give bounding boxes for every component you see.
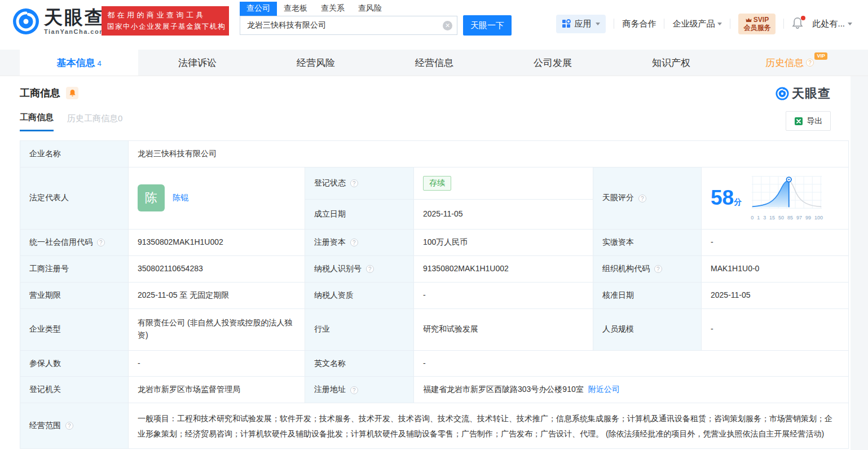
help-icon[interactable] xyxy=(638,195,646,202)
field-label-cell: 纳税人识别号 xyxy=(305,255,414,282)
score-label: 天眼评分 xyxy=(602,193,634,202)
business-scope-value: 一般项目：工程和技术研究和试验发展；软件开发；技术服务、技术开发、技术咨询、技术… xyxy=(138,414,832,438)
english-name-label: 英文名称 xyxy=(314,359,346,368)
business-term-value: 2025-11-05 至 无固定期限 xyxy=(138,290,229,299)
tianyancha-watermark: 天眼查 xyxy=(776,85,831,102)
subtab-row: 工商信息 历史工商信息0 导出 xyxy=(20,111,848,133)
tab-intellectual-property[interactable]: 知识产权 xyxy=(612,50,730,76)
tab-history-info[interactable]: 历史信息 VIP xyxy=(730,50,849,76)
approval-date-label: 核准日期 xyxy=(602,290,634,299)
field-value-cell: 58分 xyxy=(702,167,849,230)
help-icon[interactable] xyxy=(97,239,105,246)
tab-label: 法律诉讼 xyxy=(178,56,217,69)
tianyan-score[interactable]: 58分 xyxy=(711,174,839,222)
logo-name: 天眼查 xyxy=(44,8,105,27)
taxpayer-quality-value: - xyxy=(423,290,426,299)
nav-enterprise-product[interactable]: 企业级产品 xyxy=(672,19,722,29)
promo-banner: 都在用的商业查询工具 国家中小企业发展子基金旗下机构 xyxy=(102,6,229,36)
logo-text: 天眼查 TianYanCha.com xyxy=(44,8,105,35)
search-input[interactable] xyxy=(240,21,457,30)
field-value-cell: 龙岩三快科技有限公司 xyxy=(129,141,849,167)
reg-authority-value: 龙岩市新罗区市场监督管理局 xyxy=(138,385,240,394)
industry-label: 行业 xyxy=(314,324,330,333)
industry-value: 研究和试验发展 xyxy=(423,324,478,333)
tianyancha-eye-icon xyxy=(12,8,39,35)
tab-label: 基本信息 xyxy=(56,56,95,69)
field-label-cell: 经营范围 xyxy=(20,403,129,448)
tab-label: 公司发展 xyxy=(534,56,572,69)
field-label-cell: 注册资本 xyxy=(305,229,414,255)
search-tab-boss[interactable]: 查老板 xyxy=(277,2,314,16)
subtab-business-info[interactable]: 工商信息 xyxy=(20,112,54,131)
subscribe-bell-button[interactable] xyxy=(66,87,78,99)
tab-operating-risk[interactable]: 经营风险 xyxy=(257,50,375,76)
tab-legal-proceedings[interactable]: 法律诉讼 xyxy=(138,50,257,76)
tab-count: 4 xyxy=(97,59,101,68)
credit-code-label: 统一社会信用代码 xyxy=(29,237,92,246)
tick: 3 xyxy=(763,214,766,222)
reg-address-value: 福建省龙岩市新罗区西陂路303号办公楼910室 xyxy=(423,385,584,394)
tick: 50 xyxy=(778,214,784,222)
legal-rep-label: 法定代表人 xyxy=(29,193,69,202)
chart-x-ticks: 0 1 3 15 50 85 97 99 100 xyxy=(750,214,824,222)
search-row: ✕ 天眼一下 xyxy=(240,16,512,36)
svip-label: SVIP xyxy=(754,16,769,24)
field-label-cell: 人员规模 xyxy=(593,308,702,350)
nav-business-coop[interactable]: 商务合作 xyxy=(622,19,656,29)
legal-rep-link[interactable]: 陈锟 xyxy=(173,192,188,204)
search-tab-risk[interactable]: 查风险 xyxy=(351,2,389,16)
reg-address-label: 注册地址 xyxy=(314,385,346,394)
nearby-companies-link[interactable]: 附近公司 xyxy=(588,385,620,394)
account-menu[interactable]: 此处有... xyxy=(812,19,852,29)
svip-member-button[interactable]: SVIP 会员服务 xyxy=(738,14,776,34)
tianyancha-logo[interactable]: 天眼查 TianYanCha.com xyxy=(12,8,105,35)
table-row: 统一社会信用代码 91350802MAK1H1U002 注册资本 100万人民币… xyxy=(20,229,849,255)
table-row: 经营范围 一般项目：工程和技术研究和试验发展；软件开发；技术服务、技术开发、技术… xyxy=(20,403,849,448)
tab-basic-info[interactable]: 基本信息 4 xyxy=(20,50,138,76)
notification-dot xyxy=(801,16,805,20)
subtab-history-business-info[interactable]: 历史工商信息0 xyxy=(67,113,122,131)
help-icon[interactable] xyxy=(350,239,358,246)
watermark-text: 天眼查 xyxy=(792,85,831,102)
tab-company-development[interactable]: 公司发展 xyxy=(494,50,612,76)
search-button[interactable]: 天眼一下 xyxy=(463,15,512,36)
divider xyxy=(664,19,664,29)
field-value-cell: 龙岩市新罗区市场监督管理局 xyxy=(129,377,305,403)
company-type-label: 企业类型 xyxy=(29,324,61,333)
chevron-down-icon xyxy=(848,23,852,25)
staff-size-value: - xyxy=(711,324,713,333)
help-icon[interactable] xyxy=(654,265,662,273)
reg-number-value: 350802110654283 xyxy=(138,264,203,273)
help-icon[interactable] xyxy=(366,265,374,273)
table-row: 参保人数 - 英文名称 - xyxy=(20,350,849,377)
business-info-table: 企业名称 龙岩三快科技有限公司 法定代表人 陈 陈锟 登记状态 存续 xyxy=(20,140,849,449)
tab-operating-info[interactable]: 经营信息 xyxy=(375,50,494,76)
company-type-value: 有限责任公司 (非自然人投资或控股的法人独资) xyxy=(138,318,293,339)
divider xyxy=(730,19,730,29)
search-tab-company[interactable]: 查公司 xyxy=(240,2,277,16)
help-icon[interactable] xyxy=(350,179,358,187)
clear-icon[interactable]: ✕ xyxy=(443,21,452,30)
export-button[interactable]: 导出 xyxy=(786,111,831,131)
field-value-cell: 陈 陈锟 xyxy=(129,167,305,230)
help-icon[interactable] xyxy=(350,386,358,394)
tick: 85 xyxy=(787,214,793,222)
field-value-cell: - xyxy=(414,282,593,308)
field-label-cell: 企业名称 xyxy=(20,141,129,167)
help-icon[interactable] xyxy=(65,422,73,430)
svip-sublabel: 会员服务 xyxy=(743,24,770,32)
tick: 99 xyxy=(805,214,811,222)
search-tabs: 查公司 查老板 查关系 查风险 xyxy=(240,2,512,16)
search-tab-relation[interactable]: 查关系 xyxy=(314,2,351,16)
vip-badge: VIP xyxy=(814,52,827,60)
account-label: 此处有... xyxy=(812,19,845,29)
company-name-value: 龙岩三快科技有限公司 xyxy=(138,149,217,158)
establish-date-label: 成立日期 xyxy=(314,209,346,218)
taxpayer-id-value: 91350802MAK1H1U002 xyxy=(423,264,509,273)
field-value-cell: 福建省龙岩市新罗区西陂路303号办公楼910室附近公司 xyxy=(414,377,849,403)
tick: 97 xyxy=(796,214,802,222)
apps-menu[interactable]: 应用 xyxy=(556,15,606,33)
help-icon[interactable] xyxy=(806,59,814,67)
tab-label: 经营信息 xyxy=(415,56,453,69)
notification-bell[interactable] xyxy=(792,17,804,30)
